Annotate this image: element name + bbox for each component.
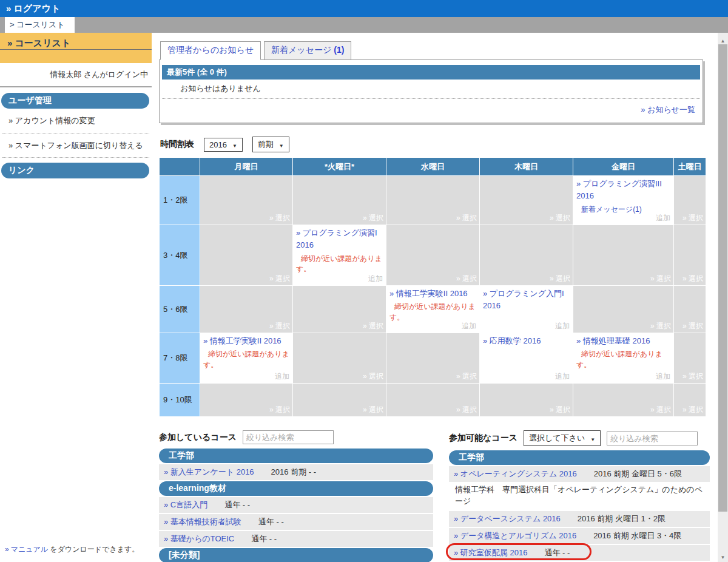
slot-select-link[interactable]: » 選択 bbox=[269, 321, 290, 331]
timetable-slot-sat-9-10: » 選択 bbox=[674, 384, 706, 417]
course-link[interactable]: » プログラミング演習III 2016 bbox=[576, 178, 671, 202]
slot-select-link[interactable]: » 選択 bbox=[682, 405, 703, 415]
course-link[interactable]: » 基礎からのTOEIC bbox=[164, 534, 234, 543]
slot-select-link[interactable]: » 選択 bbox=[650, 405, 671, 415]
slot-select-link[interactable]: » 選択 bbox=[269, 213, 290, 223]
course-link[interactable]: » 情報工学実験II 2016 bbox=[389, 288, 477, 300]
timetable-slot-thu-5-6: » プログラミング入門I 2016 追加 bbox=[480, 286, 573, 333]
slot-select-link[interactable]: » 選択 bbox=[550, 213, 570, 223]
timetable-slot-mon-5-6: » 選択 bbox=[200, 286, 293, 333]
slot-select-link[interactable]: » 選択 bbox=[682, 274, 703, 284]
scroll-up-button[interactable] bbox=[718, 34, 728, 44]
timetable-slot-mon-3-4: » 選択 bbox=[200, 225, 293, 286]
timetable-slot-wed-5-6: » 情報工学実験II 2016 締切が近い課題があります。 追加 bbox=[386, 286, 480, 333]
slot-add-link[interactable]: 追加 bbox=[656, 213, 670, 223]
vertical-scrollbar[interactable] bbox=[718, 33, 728, 562]
breadcrumb[interactable]: > コースリスト bbox=[5, 17, 75, 33]
slot-add-link[interactable]: 追加 bbox=[462, 321, 476, 331]
slot-select-link[interactable]: » 選択 bbox=[363, 321, 383, 331]
slot-select-link[interactable]: » 選択 bbox=[363, 405, 383, 415]
available-courses-panel: 参加可能なコース 選択して下さい 工学部 » オペレーティングシステム 2016… bbox=[449, 430, 710, 562]
available-courses-filter-select[interactable]: 選択して下さい bbox=[524, 430, 601, 446]
timetable-slot-fri-9-10: » 選択 bbox=[573, 384, 674, 417]
course-row: » データ構造とアルゴリズム 20162016 前期 水曜日 3・4限 bbox=[449, 528, 710, 544]
timetable-slot-thu-1-2: » 選択 bbox=[480, 176, 573, 225]
slot-select-link[interactable]: » 選択 bbox=[650, 274, 671, 284]
notice-panel-header: 最新5件 (全 0 件) bbox=[162, 65, 700, 80]
course-group-header-uncategorized: [未分類] bbox=[159, 548, 433, 562]
slot-select-link[interactable]: » 選択 bbox=[682, 371, 703, 382]
sidebar-item-smartphone-view[interactable]: » スマートフォン版画面に切り替える bbox=[2, 134, 149, 158]
course-detail: 2016 前期 金曜日 5・6限 bbox=[594, 469, 682, 478]
course-link[interactable]: » C言語入門 bbox=[164, 500, 207, 509]
timetable-slot-mon-9-10: » 選択 bbox=[200, 384, 293, 417]
course-link[interactable]: » 基本情報技術者試験 bbox=[164, 517, 241, 526]
slot-select-link[interactable]: » 選択 bbox=[363, 371, 383, 382]
sidebar-title-rule bbox=[0, 49, 152, 50]
deadline-warning: 締切が近い課題があります。 bbox=[389, 302, 477, 323]
caret-down-icon bbox=[279, 140, 284, 149]
available-courses-search-input[interactable] bbox=[607, 432, 698, 445]
slot-select-link[interactable]: » 選択 bbox=[456, 371, 477, 382]
my-courses-search-input[interactable] bbox=[243, 430, 334, 444]
sidebar-item-account-settings[interactable]: » アカウント情報の変更 bbox=[2, 109, 149, 134]
timetable-slot-fri-5-6: » 選択 bbox=[573, 286, 674, 333]
sidebar-title-block: » コースリスト bbox=[0, 33, 152, 63]
course-link[interactable]: » 応用数学 2016 bbox=[483, 335, 570, 347]
slot-add-link[interactable]: 追加 bbox=[555, 321, 570, 331]
timetable-slot-sat-5-6: » 選択 bbox=[674, 286, 706, 333]
manual-download-link[interactable]: マニュアル bbox=[11, 545, 48, 554]
caret-down-icon bbox=[590, 434, 595, 443]
timetable-slot-sat-1-2: » 選択 bbox=[674, 176, 706, 225]
course-detail: 通年 - - bbox=[544, 548, 570, 557]
course-link[interactable]: » 情報工学実験II 2016 bbox=[203, 335, 290, 347]
slot-select-link[interactable]: » 選択 bbox=[682, 321, 703, 331]
scroll-up-icon bbox=[721, 34, 726, 45]
course-link[interactable]: » オペレーティングシステム 2016 bbox=[454, 469, 577, 478]
notice-list-link[interactable]: » お知らせ一覧 bbox=[641, 105, 695, 114]
slot-select-link[interactable]: » 選択 bbox=[650, 321, 671, 331]
scroll-down-button[interactable] bbox=[718, 550, 728, 561]
slot-select-link[interactable]: » 選択 bbox=[682, 213, 703, 223]
slot-add-link[interactable]: 追加 bbox=[368, 274, 383, 284]
tab-admin-notices[interactable]: 管理者からのお知らせ bbox=[160, 41, 261, 60]
slot-select-link[interactable]: » 選択 bbox=[550, 405, 570, 415]
slot-select-link[interactable]: » 選択 bbox=[269, 274, 290, 284]
course-detail: 通年 - - bbox=[251, 534, 277, 543]
day-header-wednesday: 水曜日 bbox=[386, 158, 480, 176]
timetable-slot-thu-9-10: » 選択 bbox=[480, 384, 573, 417]
timetable-slot-sat-3-4: » 選択 bbox=[674, 225, 706, 286]
course-description: 情報工学科 専門選択科目「オペレーティングシステム」のためのページ bbox=[449, 483, 710, 510]
slot-select-link[interactable]: » 選択 bbox=[456, 274, 477, 284]
course-link[interactable]: » 研究室仮配属 2016 bbox=[454, 548, 527, 557]
slot-select-link[interactable]: » 選択 bbox=[550, 274, 570, 284]
timetable-slot-tue-7-8: » 選択 bbox=[293, 333, 386, 384]
course-link[interactable]: » プログラミング入門I 2016 bbox=[483, 288, 570, 312]
deadline-warning: 締切が近い課題があります。 bbox=[296, 254, 383, 275]
slot-select-link[interactable]: » 選択 bbox=[363, 213, 383, 223]
course-group-header-engineering: 工学部 bbox=[449, 450, 710, 465]
period-label: 9・10限 bbox=[160, 384, 200, 417]
tab-new-messages[interactable]: 新着メッセージ(1) bbox=[264, 41, 351, 60]
scrollbar-thumb[interactable] bbox=[718, 44, 727, 512]
day-header-thursday: 木曜日 bbox=[480, 158, 573, 176]
logout-link[interactable]: » ログアウト bbox=[6, 3, 60, 13]
year-select[interactable]: 2016 bbox=[204, 138, 243, 152]
course-link[interactable]: » データ構造とアルゴリズム 2016 bbox=[454, 531, 576, 540]
sidebar-title[interactable]: » コースリスト bbox=[7, 38, 70, 48]
course-link[interactable]: » 新入生アンケート 2016 bbox=[164, 467, 254, 476]
slot-add-link[interactable]: 追加 bbox=[275, 371, 289, 382]
slot-add-link[interactable]: 追加 bbox=[555, 371, 570, 382]
course-row: » 新入生アンケート 20162016 前期 - - bbox=[159, 464, 433, 480]
slot-select-link[interactable]: » 選択 bbox=[456, 405, 477, 415]
course-link[interactable]: » プログラミング演習I 2016 bbox=[296, 227, 383, 251]
breadcrumb-bar: > コースリスト bbox=[0, 17, 728, 33]
sidebar-divider bbox=[0, 86, 152, 88]
term-select[interactable]: 前期 bbox=[252, 137, 289, 152]
slot-select-link[interactable]: » 選択 bbox=[456, 213, 477, 223]
slot-select-link[interactable]: » 選択 bbox=[269, 405, 290, 415]
course-link[interactable]: » 情報処理基礎 2016 bbox=[576, 335, 671, 347]
course-link[interactable]: » データベースシステム 2016 bbox=[454, 514, 561, 523]
sidebar-section-user-management: ユーザ管理 bbox=[1, 93, 149, 109]
slot-add-link[interactable]: 追加 bbox=[656, 371, 670, 382]
